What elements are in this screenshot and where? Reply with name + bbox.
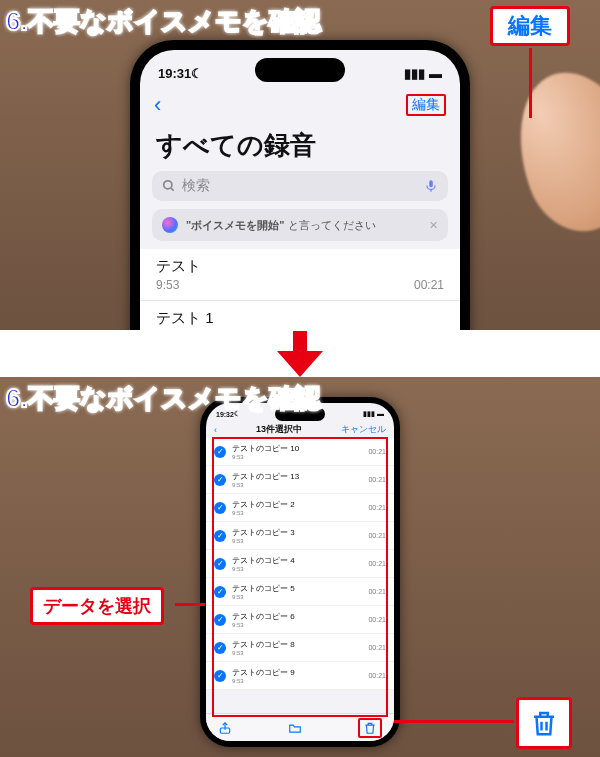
checkmark-icon[interactable]: ✓ xyxy=(214,474,226,486)
recording-time: 9:53 xyxy=(156,278,179,292)
checkmark-icon[interactable]: ✓ xyxy=(214,670,226,682)
recording-time: 9:53 xyxy=(232,678,362,684)
recording-row[interactable]: テスト 1 9:5300:21 xyxy=(140,301,460,330)
siri-tip-quote: "ボイスメモを開始" xyxy=(186,219,284,231)
svg-rect-2 xyxy=(429,180,433,187)
recording-duration: 00:21 xyxy=(368,616,386,623)
recording-time: 9:53 xyxy=(232,594,362,600)
callout-connector xyxy=(394,720,514,723)
back-chevron-icon[interactable]: ‹ xyxy=(214,425,217,435)
recording-title: テストのコピー 3 xyxy=(232,527,362,538)
recording-row-selected[interactable]: ✓ テストのコピー 4 9:53 00:21 xyxy=(206,550,394,578)
cancel-button[interactable]: キャンセル xyxy=(341,423,386,436)
close-icon[interactable]: ✕ xyxy=(429,219,438,232)
recordings-list-edit: ✓ テストのコピー 10 9:53 00:21 ✓ テストのコピー 13 9:5… xyxy=(206,438,394,690)
search-placeholder: 検索 xyxy=(182,177,210,195)
status-signal-icon: ▮▮▮ ▬ xyxy=(404,66,442,81)
iphone-device-bottom: 19:32 ☾ ▮▮▮ ▬ ‹ 13件選択中 キャンセル ✓ テストのコピー 1… xyxy=(200,397,400,747)
recording-duration: 00:21 xyxy=(368,532,386,539)
recording-title: テストのコピー 9 xyxy=(232,667,362,678)
search-input[interactable]: 検索 xyxy=(152,171,448,201)
recording-time: 9:53 xyxy=(232,482,362,488)
step-heading: 6.不要なボイスメモを確認 xyxy=(6,381,321,416)
step-arrow xyxy=(0,330,600,377)
selection-count: 13件選択中 xyxy=(256,423,302,436)
recording-row[interactable]: テスト 9:5300:21 xyxy=(140,249,460,301)
status-moon-icon: ☾ xyxy=(191,66,203,81)
checkmark-icon[interactable]: ✓ xyxy=(214,586,226,598)
checkmark-icon[interactable]: ✓ xyxy=(214,530,226,542)
iphone-screen-bottom: 19:32 ☾ ▮▮▮ ▬ ‹ 13件選択中 キャンセル ✓ テストのコピー 1… xyxy=(206,403,394,741)
recording-row-selected[interactable]: ✓ テストのコピー 8 9:53 00:21 xyxy=(206,634,394,662)
iphone-device-top: 19:31 ☾ ▮▮▮ ▬ ‹ 編集 すべての録音 検索 xyxy=(130,40,470,330)
recording-duration: 00:21 xyxy=(368,588,386,595)
dynamic-island xyxy=(255,58,345,82)
recording-row-selected[interactable]: ✓ テストのコピー 5 9:53 00:21 xyxy=(206,578,394,606)
tutorial-step-bottom: 6.不要なボイスメモを確認 データを選択 19:32 ☾ ▮▮▮ ▬ ‹ 13件… xyxy=(0,377,600,757)
recording-time: 9:53 xyxy=(232,510,362,516)
recording-row-selected[interactable]: ✓ テストのコピー 9 9:53 00:21 xyxy=(206,662,394,690)
callout-connector xyxy=(529,48,532,118)
nav-bar: ‹ 13件選択中 キャンセル xyxy=(206,421,394,438)
recording-title: テストのコピー 8 xyxy=(232,639,362,650)
trash-button[interactable] xyxy=(358,718,382,738)
checkmark-icon[interactable]: ✓ xyxy=(214,446,226,458)
trash-icon xyxy=(529,704,559,742)
recording-title: テストのコピー 5 xyxy=(232,583,362,594)
checkmark-icon[interactable]: ✓ xyxy=(214,642,226,654)
edit-button[interactable]: 編集 xyxy=(406,94,446,116)
status-signal-icon: ▮▮▮ ▬ xyxy=(363,410,384,418)
recording-duration: 00:21 xyxy=(368,672,386,679)
recording-row-selected[interactable]: ✓ テストのコピー 6 9:53 00:21 xyxy=(206,606,394,634)
folder-icon[interactable] xyxy=(288,721,302,735)
checkmark-icon[interactable]: ✓ xyxy=(214,558,226,570)
arrow-down-icon xyxy=(275,331,325,377)
recording-title: テストのコピー 4 xyxy=(232,555,362,566)
recording-duration: 00:21 xyxy=(368,476,386,483)
recordings-list: テスト 9:5300:21 テスト 1 9:5300:21 xyxy=(140,249,460,330)
share-icon[interactable] xyxy=(218,721,232,735)
recording-duration: 00:21 xyxy=(368,560,386,567)
callout-edit: 編集 xyxy=(490,6,570,46)
nav-bar: ‹ 編集 xyxy=(140,86,460,124)
tutorial-step-top: 6.不要なボイスメモを確認 編集 19:31 ☾ ▮▮▮ ▬ ‹ 編集 すべての… xyxy=(0,0,600,330)
siri-icon xyxy=(162,217,178,233)
recording-row-selected[interactable]: ✓ テストのコピー 2 9:53 00:21 xyxy=(206,494,394,522)
recording-duration: 00:21 xyxy=(414,278,444,292)
recording-duration: 00:21 xyxy=(368,644,386,651)
svg-point-0 xyxy=(164,181,172,189)
recording-title: テストのコピー 13 xyxy=(232,471,362,482)
recording-row-selected[interactable]: ✓ テストのコピー 13 9:53 00:21 xyxy=(206,466,394,494)
step-heading: 6.不要なボイスメモを確認 xyxy=(6,4,321,39)
callout-connector xyxy=(175,603,205,606)
siri-suggestion[interactable]: "ボイスメモを開始" と言ってください ✕ xyxy=(152,209,448,241)
checkmark-icon[interactable]: ✓ xyxy=(214,502,226,514)
search-icon xyxy=(162,179,176,193)
recording-title: テストのコピー 6 xyxy=(232,611,362,622)
recording-time: 9:53 xyxy=(232,650,362,656)
callout-select-data: データを選択 xyxy=(30,587,164,625)
iphone-screen-top: 19:31 ☾ ▮▮▮ ▬ ‹ 編集 すべての録音 検索 xyxy=(140,50,460,330)
back-chevron-icon[interactable]: ‹ xyxy=(154,92,161,118)
callout-edit-label: 編集 xyxy=(508,11,552,41)
status-time: 19:31 xyxy=(158,66,191,81)
checkmark-icon[interactable]: ✓ xyxy=(214,614,226,626)
recording-title: テストのコピー 2 xyxy=(232,499,362,510)
recording-time: 9:53 xyxy=(232,566,362,572)
finger-pointer xyxy=(496,54,600,245)
recording-time: 9:53 xyxy=(232,538,362,544)
recording-row-selected[interactable]: ✓ テストのコピー 3 9:53 00:21 xyxy=(206,522,394,550)
recording-row-selected[interactable]: ✓ テストのコピー 10 9:53 00:21 xyxy=(206,438,394,466)
siri-tip-suffix: と言ってください xyxy=(288,219,376,231)
svg-line-1 xyxy=(171,188,174,191)
recording-title: テストのコピー 10 xyxy=(232,443,362,454)
recording-title: テスト 1 xyxy=(156,309,214,328)
edit-toolbar xyxy=(206,713,394,741)
mic-icon[interactable] xyxy=(424,179,438,193)
recording-duration: 00:21 xyxy=(368,448,386,455)
recording-duration: 00:21 xyxy=(368,504,386,511)
callout-trash xyxy=(516,697,572,749)
recording-time: 9:53 xyxy=(232,622,362,628)
callout-select-label: データを選択 xyxy=(43,594,151,618)
recording-time: 9:53 xyxy=(232,454,362,460)
